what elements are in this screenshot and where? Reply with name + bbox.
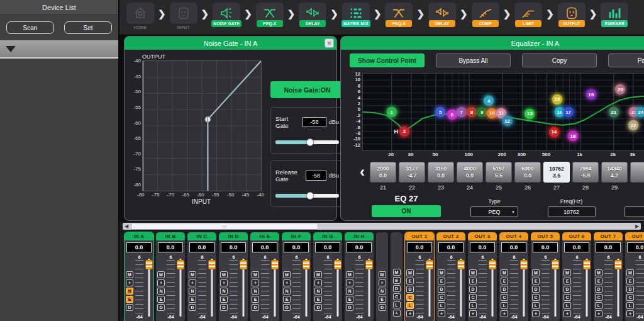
channel-strip-in-d[interactable]: IN D0.0M+NED6-64 xyxy=(219,232,248,321)
eq-control-point-14[interactable]: 14 xyxy=(549,127,559,137)
scroll-left-icon[interactable]: ◀ xyxy=(123,223,130,230)
strip-button-e[interactable]: E xyxy=(157,296,165,303)
strip-button-d[interactable]: D xyxy=(220,304,228,311)
strip-button-n[interactable]: N xyxy=(346,288,353,295)
strip-button-l[interactable]: L xyxy=(595,302,602,309)
release-gate-value[interactable]: -58 xyxy=(306,171,326,181)
strip-button-m[interactable]: M xyxy=(393,269,401,276)
strip-button-l[interactable]: L xyxy=(469,302,477,309)
eq-band-26[interactable]: 63000.026 xyxy=(514,162,541,191)
channel-strip-out-7[interactable]: OUT 70.0MEDCL+6-64 xyxy=(594,232,623,321)
eq-control-point-1[interactable]: 1 xyxy=(387,107,397,117)
strip-button-d[interactable]: D xyxy=(346,304,353,311)
strip-button-m[interactable]: M xyxy=(595,269,602,276)
gain-value[interactable]: 0.0 xyxy=(252,242,277,252)
toolbar-item-matrix-mix[interactable]: MATRIX MIX xyxy=(339,3,373,27)
eq-control-point-9[interactable]: 9 xyxy=(477,107,487,117)
fader-handle[interactable] xyxy=(457,260,465,269)
gain-value[interactable]: 0.0 xyxy=(533,242,558,252)
type-select[interactable]: PEQ ▼ xyxy=(470,206,518,217)
strip-button-m[interactable]: M xyxy=(283,271,291,278)
eq-control-point-18[interactable]: 18 xyxy=(568,131,578,141)
strip-button-e[interactable]: E xyxy=(346,296,353,303)
device-dropdown[interactable] xyxy=(0,40,118,59)
toolbar-item-peq-x[interactable]: PEQ-X xyxy=(382,3,416,27)
strip-button-e[interactable]: E xyxy=(595,278,602,284)
toolbar-item-peq-x[interactable]: PEQ-X xyxy=(253,3,287,27)
freq-input[interactable]: 10762 xyxy=(548,206,596,217)
fader-handle[interactable] xyxy=(145,260,153,269)
toolbar-item-enginer[interactable]: ENGINER xyxy=(597,3,631,27)
strip-button-d[interactable]: D xyxy=(126,304,133,311)
eq-control-point-12[interactable]: 12 xyxy=(502,116,513,126)
strip-button-+[interactable]: + xyxy=(346,279,353,286)
channel-strip-in-e[interactable]: IN E0.0M+NED6-64 xyxy=(250,232,279,321)
strip-button-d[interactable]: D xyxy=(626,286,634,293)
fader-handle[interactable] xyxy=(240,260,247,269)
set-button[interactable]: Set xyxy=(64,21,112,34)
strip-button-+[interactable]: + xyxy=(393,310,401,317)
strip-button-d[interactable]: D xyxy=(406,286,414,293)
strip-button-d[interactable]: D xyxy=(314,304,322,311)
gain-value[interactable]: 0.0 xyxy=(189,242,214,252)
bypass-all-button[interactable]: Bypass All xyxy=(436,54,511,67)
strip-button-e[interactable]: E xyxy=(379,296,386,303)
strip-button-e[interactable]: E xyxy=(532,278,540,284)
strip-button-l[interactable]: L xyxy=(626,302,634,309)
fader-handle[interactable] xyxy=(489,260,496,269)
eq-band-24[interactable]: 40000.024 xyxy=(457,162,483,191)
strip-button-+[interactable]: + xyxy=(157,279,165,286)
strip-button-n[interactable]: N xyxy=(252,288,259,295)
paste-button[interactable]: Paste xyxy=(608,54,644,67)
strip-button-e[interactable]: E xyxy=(126,296,133,303)
strip-button-m[interactable]: M xyxy=(438,269,445,276)
slider-thumb[interactable] xyxy=(306,192,314,200)
eq-control-point-7[interactable]: 7 xyxy=(457,107,467,117)
scrollbar-thumb[interactable]: ||| xyxy=(131,223,318,230)
strip-button-m[interactable]: M xyxy=(157,271,165,278)
eq-control-point-10[interactable]: 10 xyxy=(487,108,497,118)
fader-handle[interactable] xyxy=(334,260,341,269)
strip-button-+[interactable]: + xyxy=(379,279,386,286)
strip-button-c[interactable]: C xyxy=(469,294,477,301)
strip-button-l[interactable]: L xyxy=(393,301,401,308)
strip-button-c[interactable]: C xyxy=(438,294,445,301)
strip-button-e[interactable]: E xyxy=(393,277,401,284)
fader-handle[interactable] xyxy=(583,260,591,269)
strip-button-e[interactable]: E xyxy=(406,278,414,284)
strip-button-m[interactable]: M xyxy=(564,269,571,276)
strip-button-e[interactable]: E xyxy=(564,278,571,284)
gain-value[interactable]: 0.0 xyxy=(627,242,644,252)
gain-value[interactable]: 0.0 xyxy=(596,242,621,252)
toolbar-item-input[interactable]: INPUT xyxy=(167,3,201,30)
strip-button-m[interactable]: M xyxy=(252,271,259,278)
strip-button-+[interactable]: + xyxy=(189,279,196,286)
strip-button-c[interactable]: C xyxy=(393,293,401,300)
toolbar-item-home[interactable]: HOME xyxy=(123,3,157,30)
eq-control-point-13[interactable]: 13 xyxy=(525,109,535,119)
channel-strip-in-f[interactable]: IN F0.0M+NED6-64 xyxy=(282,232,311,321)
channel-strip-in-a[interactable]: IN A0.0M+NED6-64 xyxy=(125,232,153,321)
strip-button-m[interactable]: M xyxy=(314,271,322,278)
strip-button-+[interactable]: + xyxy=(532,310,540,317)
gain-value[interactable]: 0.0 xyxy=(126,242,152,252)
release-gate-slider[interactable] xyxy=(275,194,339,198)
toolbar-item-output[interactable]: OUTPUT xyxy=(555,3,589,27)
slider-thumb[interactable] xyxy=(306,138,314,146)
scroll-right-icon[interactable]: ▶ xyxy=(633,223,641,230)
strip-button-n[interactable]: N xyxy=(314,288,322,295)
strip-button-n[interactable]: N xyxy=(189,288,196,295)
strip-button-m[interactable]: M xyxy=(126,271,133,278)
strip-button-n[interactable]: N xyxy=(126,288,133,295)
strip-button-d[interactable]: D xyxy=(393,285,401,292)
eq-control-point-2[interactable]: 2 xyxy=(399,127,409,137)
eq-control-point-22[interactable]: 22 xyxy=(628,120,638,130)
strip-button-d[interactable]: D xyxy=(252,304,259,311)
eq-band-22[interactable]: 3177-4.722 xyxy=(399,162,425,191)
channel-strip-in-b[interactable]: IN B0.0M+NED6-64 xyxy=(156,232,185,321)
gain-value[interactable]: 0.0 xyxy=(221,242,246,252)
strip-button-c[interactable]: C xyxy=(595,294,602,301)
copy-button[interactable]: Copy xyxy=(522,54,597,67)
strip-button-m[interactable]: M xyxy=(220,271,228,278)
fader-handle[interactable] xyxy=(520,260,528,269)
